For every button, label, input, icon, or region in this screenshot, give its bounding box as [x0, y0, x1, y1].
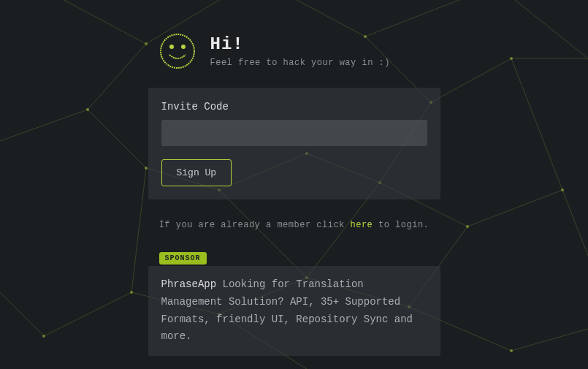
svg-point-48 [161, 34, 194, 68]
subtitle: Feel free to hack your way in :) [210, 58, 390, 68]
svg-point-45 [130, 291, 133, 294]
svg-line-23 [0, 278, 44, 336]
member-suffix: to login. [373, 220, 429, 230]
member-prompt: If you are already a member click here t… [148, 220, 440, 230]
login-link[interactable]: here [351, 220, 373, 230]
svg-point-47 [510, 349, 513, 352]
svg-line-4 [497, 0, 588, 58]
svg-point-35 [510, 57, 513, 60]
svg-line-25 [131, 168, 146, 292]
svg-line-5 [88, 44, 146, 110]
svg-point-50 [181, 45, 186, 49]
svg-line-22 [44, 292, 131, 336]
svg-point-41 [561, 189, 564, 191]
svg-line-0 [37, 0, 146, 44]
svg-line-6 [0, 110, 88, 146]
svg-point-39 [145, 167, 148, 170]
signup-button[interactable]: Sign Up [161, 159, 232, 186]
greeting-title: Hi! [210, 34, 390, 54]
svg-point-46 [42, 335, 45, 338]
svg-line-8 [431, 58, 511, 102]
svg-line-17 [562, 190, 588, 256]
header: Hi! Feel free to hack your way in :) [148, 33, 440, 69]
sponsor-box: PhraseApp Looking for Translation Manage… [148, 266, 440, 356]
smiley-icon [159, 33, 196, 69]
member-prefix: If you are already a member click [159, 220, 351, 230]
signup-form: Invite Code Sign Up [148, 88, 440, 199]
svg-point-49 [169, 45, 174, 49]
svg-point-31 [145, 42, 148, 45]
svg-line-27 [511, 329, 588, 351]
sponsor-badge: SPONSOR [159, 252, 207, 265]
invite-code-input[interactable] [161, 120, 427, 146]
svg-line-16 [467, 190, 562, 227]
main-container: Hi! Feel free to hack your way in :) Inv… [148, 0, 440, 356]
svg-point-32 [86, 108, 89, 111]
svg-line-14 [88, 110, 146, 168]
sponsor-section: SPONSOR PhraseApp Looking for Translatio… [148, 251, 440, 356]
svg-point-40 [466, 225, 469, 228]
svg-line-29 [511, 58, 562, 190]
header-text: Hi! Feel free to hack your way in :) [210, 34, 390, 68]
sponsor-name: PhraseApp [161, 278, 217, 290]
invite-code-label: Invite Code [161, 101, 427, 113]
